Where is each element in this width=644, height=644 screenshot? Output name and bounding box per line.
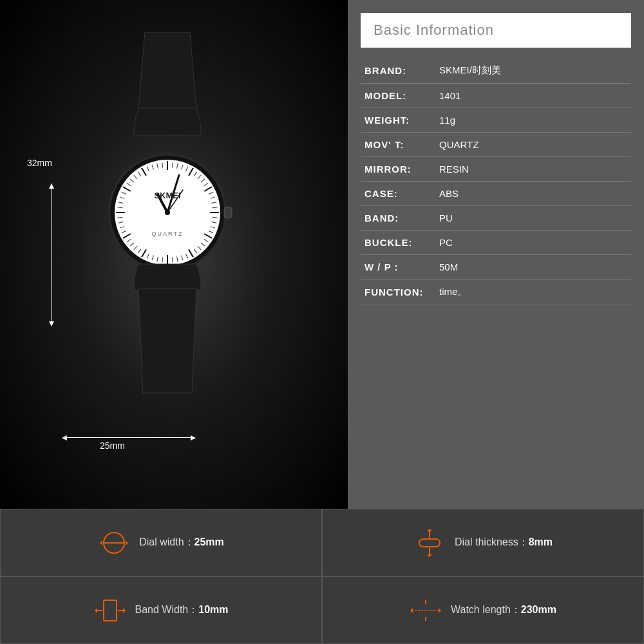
spec-table: BRAND:SKMEI/时刻美MODEL:1401WEIGHT:11gMOV' … <box>361 58 631 496</box>
dial-width-value: 25mm <box>194 536 224 547</box>
spec-label: FUNCTION: <box>365 287 435 298</box>
spec-value: PU <box>439 213 453 223</box>
svg-marker-92 <box>95 608 97 613</box>
spec-label: BUCKLE: <box>365 237 435 248</box>
dim-arrow-top <box>49 184 54 189</box>
watch-image: SKMEI QUARTZ <box>84 32 251 431</box>
spec-value: SKMEI/时刻美 <box>439 64 501 77</box>
metrics-bar: Dial width：25mm Dial thickness：8mm <box>0 509 644 644</box>
svg-marker-84 <box>126 540 128 545</box>
spec-label: BAND: <box>365 213 435 223</box>
dim-arrow-left <box>62 435 67 440</box>
svg-marker-89 <box>427 554 432 557</box>
spec-label: W / P : <box>365 261 435 272</box>
spec-value: 50M <box>439 261 458 272</box>
spec-value: 1401 <box>439 90 460 101</box>
dial-width-icon <box>98 527 130 559</box>
dial-thickness-text: Dial thickness：8mm <box>455 536 553 549</box>
main-area: 32mm 25mm <box>0 0 644 509</box>
dial-thickness-cell: Dial thickness：8mm <box>322 509 644 576</box>
spec-row: FUNCTION:time。 <box>361 279 631 305</box>
spec-row: MODEL:1401 <box>361 84 631 108</box>
spec-row: BRAND:SKMEI/时刻美 <box>361 58 631 84</box>
height-dimension-label: 32mm <box>27 158 52 168</box>
dim-arrow-bottom <box>49 321 54 327</box>
svg-rect-85 <box>419 539 440 547</box>
info-title: Basic Information <box>374 22 494 38</box>
spec-label: BRAND: <box>365 65 435 76</box>
svg-marker-99 <box>410 608 413 613</box>
svg-rect-1 <box>224 207 232 218</box>
right-panel: Basic Information BRAND:SKMEI/时刻美MODEL:1… <box>348 0 644 509</box>
spec-value: QUARTZ <box>439 139 478 150</box>
spec-value: ABS <box>439 188 459 199</box>
spec-row: WEIGHT:11g <box>361 108 631 133</box>
watch-length-cell: Watch length：230mm <box>322 576 644 644</box>
dim-arrow-right <box>191 435 196 440</box>
vertical-dim-line <box>52 184 52 325</box>
dial-width-text: Dial width：25mm <box>139 536 224 549</box>
spec-value: 11g <box>439 115 455 126</box>
spec-row: MIRROR:RESIN <box>361 157 631 182</box>
spec-row: W / P :50M <box>361 255 631 279</box>
svg-marker-94 <box>123 608 126 613</box>
spec-row: BUCKLE:PC <box>361 231 631 255</box>
svg-marker-87 <box>427 529 432 531</box>
spec-label: WEIGHT: <box>365 115 435 126</box>
horizontal-dim-line <box>64 437 193 438</box>
spec-value: PC <box>439 237 453 248</box>
spec-label: MIRROR: <box>365 164 435 175</box>
spec-label: CASE: <box>365 188 435 199</box>
info-header: Basic Information <box>361 13 631 48</box>
dial-width-cell: Dial width：25mm <box>0 509 322 576</box>
spec-label: MOV' T: <box>365 139 435 150</box>
band-width-text: Band Width：10mm <box>135 603 229 617</box>
width-dimension-label: 25mm <box>100 440 125 451</box>
band-width-icon <box>94 594 126 627</box>
spec-value: time。 <box>439 286 467 298</box>
spec-value: RESIN <box>439 164 469 175</box>
svg-text:QUARTZ: QUARTZ <box>152 231 184 237</box>
spec-row: BAND:PU <box>361 206 631 231</box>
watch-length-icon <box>410 594 442 627</box>
spec-row: MOV' T:QUARTZ <box>361 133 631 157</box>
svg-marker-100 <box>439 608 441 613</box>
svg-point-80 <box>165 210 170 215</box>
watch-length-value: 230mm <box>521 604 556 615</box>
dial-thickness-value: 8mm <box>529 536 553 547</box>
dial-thickness-icon <box>413 527 446 559</box>
band-width-cell: Band Width：10mm <box>0 576 322 644</box>
left-panel: 32mm 25mm <box>0 0 348 509</box>
svg-rect-90 <box>104 600 117 621</box>
watch-length-text: Watch length：230mm <box>451 603 556 617</box>
spec-label: MODEL: <box>365 90 435 101</box>
spec-row: CASE:ABS <box>361 182 631 206</box>
svg-marker-83 <box>100 540 102 545</box>
band-width-value: 10mm <box>198 604 228 615</box>
